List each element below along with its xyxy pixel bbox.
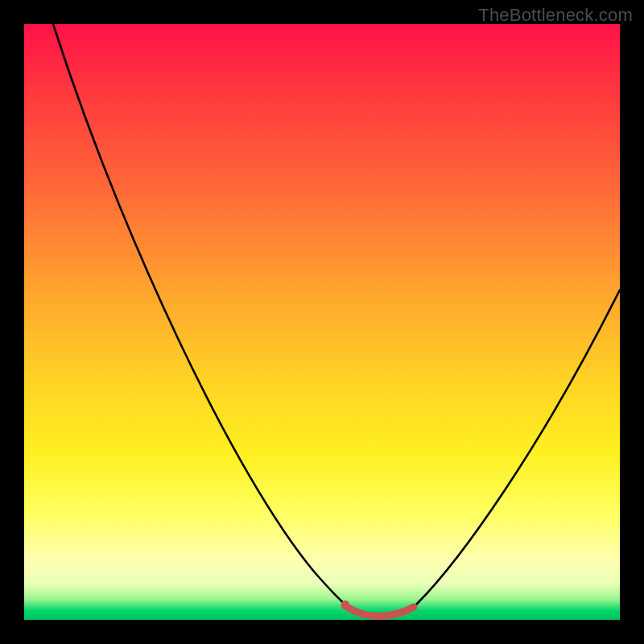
- bottleneck-curve: [53, 24, 620, 617]
- plot-area: [24, 24, 620, 620]
- chart-frame: TheBottleneck.com: [0, 0, 644, 644]
- trough-marker: [345, 605, 414, 616]
- trough-dot-right: [411, 604, 417, 610]
- curve-svg: [24, 24, 620, 620]
- watermark-text: TheBottleneck.com: [478, 5, 633, 26]
- trough-dot-left: [341, 601, 349, 609]
